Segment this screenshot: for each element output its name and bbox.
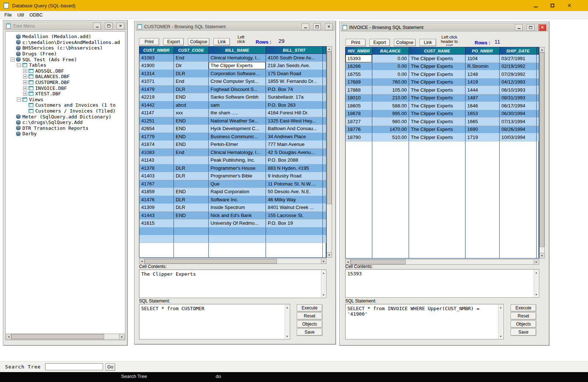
table-cell[interactable]: 155 Lacrosse St. bbox=[266, 212, 323, 219]
table-cell[interactable] bbox=[209, 235, 266, 243]
scroll-right-icon[interactable]: ► bbox=[119, 334, 124, 339]
table-cell[interactable]: 218 Jan Seeds Ave. bbox=[266, 62, 323, 70]
expand-icon[interactable]: + bbox=[23, 80, 27, 84]
table-cell[interactable]: Inside Spectrum bbox=[209, 204, 266, 212]
table-cell[interactable]: Perkin-Elmer bbox=[209, 141, 266, 148]
table-cell[interactable]: 18727 bbox=[346, 118, 372, 125]
table-cell[interactable]: 588.00 bbox=[372, 102, 409, 110]
scroll-up-icon[interactable]: ▲ bbox=[285, 305, 289, 309]
table-cell[interactable]: 4100 South Drew Av... bbox=[266, 54, 323, 62]
table-cell[interactable]: 883 N Hyden, #195 bbox=[266, 164, 323, 172]
table-cell[interactable] bbox=[323, 180, 326, 188]
table-cell[interactable] bbox=[139, 235, 174, 243]
table-cell[interactable] bbox=[323, 172, 326, 180]
table-cell[interactable]: 03/27/1991 bbox=[500, 55, 537, 62]
scroll-right-icon[interactable]: ► bbox=[534, 260, 539, 264]
tree-window-titlebar[interactable]: Tree Menu ✕ bbox=[4, 22, 126, 30]
table-cell[interactable]: P.O. Box 263 bbox=[266, 101, 323, 109]
button-objects[interactable]: Objects bbox=[297, 320, 322, 328]
tree-item[interactable]: +BALANCES.DBF bbox=[6, 74, 125, 80]
table-cell[interactable] bbox=[174, 235, 209, 243]
table-cell[interactable] bbox=[323, 235, 326, 243]
collapse-icon[interactable]: − bbox=[17, 63, 21, 67]
table-cell[interactable]: 777 Main Avenue bbox=[266, 141, 323, 148]
scroll-up-icon[interactable]: ▲ bbox=[540, 47, 544, 52]
search-tree-input[interactable] bbox=[45, 363, 103, 370]
table-cell[interactable]: The Clipper Experts bbox=[409, 118, 465, 125]
table-cell[interactable] bbox=[174, 180, 209, 188]
sql-statement-text[interactable]: SELECT * from INVOICE WHERE Upper(CUST_N… bbox=[347, 306, 497, 338]
table-cell[interactable]: the sham ..... bbox=[209, 109, 266, 117]
tree-item[interactable]: −Tables bbox=[6, 62, 125, 68]
table-cell[interactable]: 105.00 bbox=[372, 86, 409, 94]
table-cell[interactable]: Peak Publishing, Inc. bbox=[209, 157, 266, 164]
column-header[interactable]: PO_NMBR bbox=[465, 47, 500, 55]
collapse-icon[interactable]: − bbox=[11, 58, 15, 62]
table-cell[interactable]: END bbox=[174, 141, 209, 148]
collapse-button[interactable]: Collapse bbox=[394, 39, 416, 46]
tree-item[interactable]: Darby bbox=[6, 131, 125, 137]
table-cell[interactable]: 1104 bbox=[465, 55, 500, 62]
table-cell[interactable]: abcd bbox=[174, 101, 209, 109]
table-cell[interactable]: 41900 bbox=[139, 62, 174, 70]
table-cell[interactable]: 41476 bbox=[139, 196, 174, 203]
table-cell[interactable] bbox=[323, 196, 326, 203]
table-cell[interactable]: P.O. Box 19 bbox=[266, 220, 323, 227]
table-cell[interactable]: 760.00 bbox=[372, 78, 409, 86]
table-cell[interactable] bbox=[323, 212, 326, 219]
window-close-button[interactable]: ✕ bbox=[117, 23, 124, 29]
table-cell[interactable] bbox=[323, 125, 326, 133]
tree-item[interactable]: +ADSSQL.DBF bbox=[6, 68, 125, 74]
table-cell[interactable]: 41083 bbox=[139, 148, 174, 156]
button-save[interactable]: Save bbox=[511, 328, 536, 336]
table-cell[interactable]: 42654 bbox=[139, 125, 174, 133]
table-cell[interactable]: Programmer's Bible bbox=[209, 172, 266, 180]
tree-item[interactable]: Drugs (Free) bbox=[6, 51, 125, 57]
expand-icon[interactable]: + bbox=[23, 86, 27, 90]
table-cell[interactable]: End bbox=[174, 148, 209, 156]
table-cell[interactable] bbox=[323, 117, 326, 125]
table-cell[interactable]: Hyck Development C... bbox=[209, 125, 266, 133]
table-cell[interactable]: The Clipper Experts bbox=[209, 62, 266, 70]
table-cell[interactable]: 0.00 bbox=[372, 70, 409, 78]
window-maximize-button[interactable] bbox=[105, 23, 113, 29]
table-cell[interactable]: DLR bbox=[174, 204, 209, 212]
scroll-down-icon[interactable]: ▼ bbox=[327, 252, 332, 257]
window-maximize-button[interactable] bbox=[527, 24, 534, 31]
table-cell[interactable]: 02/19/1992 bbox=[500, 63, 537, 70]
table-cell[interactable]: Programmer's House bbox=[209, 164, 266, 172]
button-reset[interactable]: Reset bbox=[511, 312, 536, 320]
cell-contents-text[interactable]: The Clipper Experts bbox=[141, 271, 320, 297]
export-button[interactable]: Export bbox=[163, 38, 184, 45]
table-cell[interactable]: END bbox=[174, 125, 209, 133]
table-cell[interactable]: 06/17/1994 bbox=[500, 102, 537, 110]
table-cell[interactable]: 41403 bbox=[139, 172, 174, 180]
table-cell[interactable] bbox=[174, 220, 209, 227]
table-cell[interactable]: 0.00 bbox=[372, 63, 409, 70]
table-cell[interactable] bbox=[323, 220, 326, 227]
column-header[interactable]: BILL_NAME bbox=[209, 47, 266, 54]
table-cell[interactable]: 41378 bbox=[139, 164, 174, 172]
table-cell[interactable]: 42 S Douglas Avenu... bbox=[266, 148, 323, 156]
scrollbar-thumb[interactable] bbox=[540, 52, 544, 247]
table-cell[interactable]: Sanko Software Gmbh bbox=[209, 93, 266, 101]
table-cell[interactable]: 17689 bbox=[346, 78, 372, 86]
scroll-left-icon[interactable]: ◄ bbox=[139, 259, 145, 264]
table-cell[interactable]: 210.00 bbox=[372, 94, 409, 102]
table-cell[interactable]: 06/10/1993 bbox=[500, 86, 537, 94]
table-cell[interactable]: 04/12/1993 bbox=[500, 78, 537, 86]
menu-item-util[interactable]: Util bbox=[17, 12, 24, 18]
table-cell[interactable]: Dlr bbox=[174, 62, 209, 70]
column-header[interactable]: CUST_NAME bbox=[409, 47, 465, 55]
table-cell[interactable]: Business Communic... bbox=[209, 133, 266, 140]
table-cell[interactable]: 41071 bbox=[139, 78, 174, 85]
column-header[interactable]: CUST_CODE bbox=[174, 47, 209, 54]
table-cell[interactable] bbox=[266, 235, 323, 243]
tree-item[interactable]: −SQL Test (Ads Free) bbox=[6, 56, 125, 62]
table-cell[interactable] bbox=[209, 227, 266, 235]
table-cell[interactable]: 1646 bbox=[465, 102, 500, 110]
scroll-down-icon[interactable]: ▼ bbox=[498, 334, 503, 338]
table-cell[interactable]: 1325 East-West Hwy... bbox=[266, 117, 323, 125]
button-objects[interactable]: Objects bbox=[511, 320, 536, 328]
table-cell[interactable]: 510.00 bbox=[372, 133, 409, 141]
